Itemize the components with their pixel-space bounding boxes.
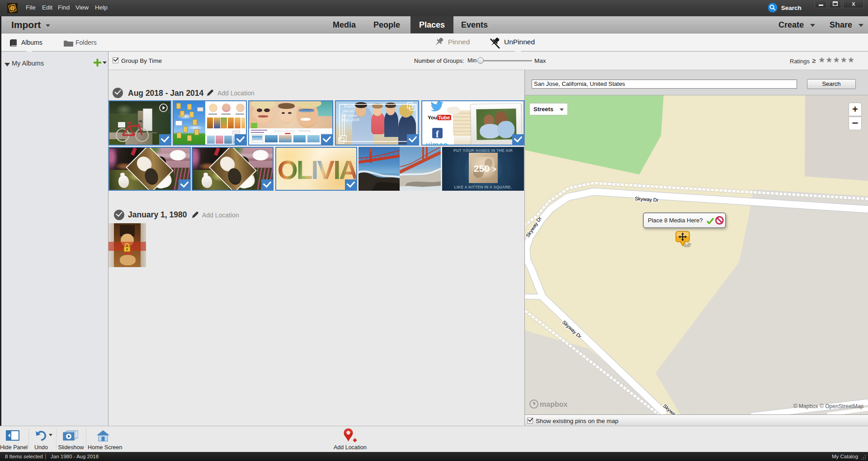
svg-text:May, 2018: May, 2018 (341, 118, 359, 122)
svg-text:the coast: the coast (342, 113, 357, 118)
svg-text:mapbox: mapbox (540, 400, 567, 408)
svg-text:© Mapbox © OpenStreetMap: © Mapbox © OpenStreetMap (793, 403, 863, 409)
svg-text:Family: Family (344, 104, 356, 108)
svg-text:fun on: fun on (343, 108, 354, 113)
